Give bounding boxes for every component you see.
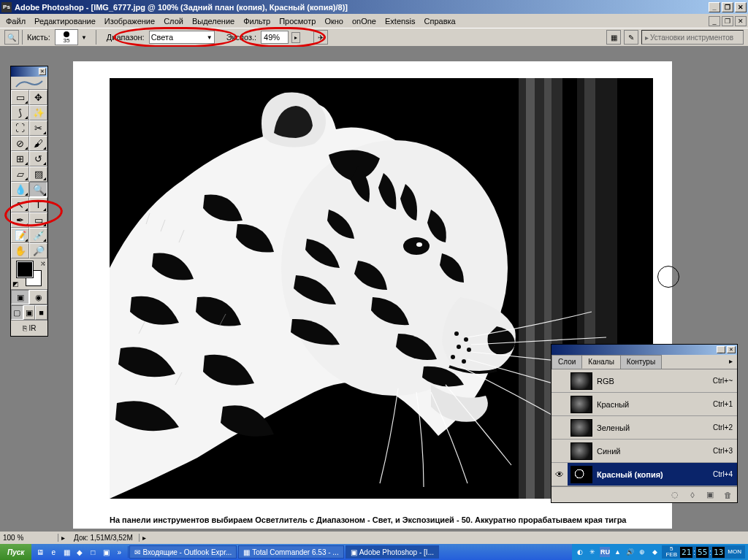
menu-filter[interactable]: Фильтр (239, 15, 275, 27)
zoom-menu-arrow[interactable]: ▸ (58, 534, 68, 542)
standard-screen-button[interactable]: ▢ (11, 305, 23, 320)
toolbox-close-icon[interactable]: ✕ (39, 68, 46, 75)
panel-titlebar[interactable]: _ ✕ (552, 345, 737, 355)
toolbox-header-logo[interactable] (11, 77, 47, 90)
exposure-slider-arrow[interactable]: ▸ (291, 32, 300, 43)
menu-help[interactable]: Справка (420, 15, 460, 27)
tool-preset-picker[interactable]: 🔍 (4, 30, 19, 45)
doc-close-button[interactable]: ✕ (735, 16, 747, 26)
notes-tool[interactable]: 📝 (11, 228, 29, 243)
doc-info-menu-arrow[interactable]: ▸ (140, 534, 149, 542)
marquee-tool[interactable]: ▭ (11, 90, 29, 105)
hand-tool[interactable]: ✋ (11, 243, 29, 258)
airbrush-toggle[interactable]: ✈ (313, 30, 328, 45)
brush-dropdown-arrow[interactable]: ▼ (81, 34, 87, 41)
slice-tool[interactable]: ✂ (29, 120, 47, 136)
ql-app-icon[interactable]: ▦ (61, 546, 72, 558)
tray-icon[interactable]: ▲ (612, 547, 622, 557)
path-selection-tool[interactable]: ↖ (11, 197, 29, 212)
exposure-input[interactable]: 49% (261, 31, 289, 44)
move-tool[interactable]: ✥ (29, 90, 47, 105)
taskbar-task-totalcmd[interactable]: ▦ Total Commander 6.53 - ... (238, 545, 343, 559)
brush-preset-picker[interactable]: 35 (55, 29, 78, 45)
save-selection-button[interactable]: ◊ (686, 489, 699, 501)
panel-menu-icon[interactable]: ▸ (725, 355, 737, 369)
standard-mode-button[interactable]: ▣ (11, 290, 29, 304)
crop-tool[interactable]: ⛶ (11, 120, 29, 136)
new-channel-button[interactable]: ▣ (703, 489, 717, 501)
taskbar-task-outlook[interactable]: ✉ Входящие - Outlook Expr... (129, 545, 237, 559)
tray-lang-indicator[interactable]: RU (600, 547, 610, 557)
menu-select[interactable]: Выделение (188, 15, 239, 27)
menu-file[interactable]: Файл (1, 15, 30, 27)
channels-panel[interactable]: _ ✕ Слои Каналы Контуры ▸ RGB Ctrl+~ Кра… (551, 344, 738, 503)
file-browser-button[interactable]: ▦ (606, 30, 621, 45)
healing-brush-tool[interactable]: ⊘ (11, 136, 29, 151)
tray-icon[interactable]: ◆ (649, 547, 660, 557)
menu-edit[interactable]: Редактирование (30, 15, 100, 27)
brush-tool[interactable]: 🖌 (29, 136, 47, 151)
panel-minimize-icon[interactable]: _ (717, 346, 725, 353)
tool-presets-well[interactable]: ▸ Установки инструментов (641, 30, 744, 45)
ql-app2-icon[interactable]: ◆ (74, 546, 85, 558)
magic-wand-tool[interactable]: ✨ (29, 105, 47, 120)
gradient-tool[interactable]: ▨ (29, 166, 47, 182)
fullscreen-menus-button[interactable]: ▣ (23, 305, 36, 320)
channel-row-blue[interactable]: Синий Ctrl+3 (552, 440, 737, 463)
load-selection-button[interactable]: ◌ (668, 489, 682, 501)
doc-restore-button[interactable]: ❐ (722, 16, 733, 26)
foreground-color-swatch[interactable] (17, 261, 33, 277)
jump-to-imageready-button[interactable]: ⎘ IR (11, 320, 47, 336)
toolbox-titlebar[interactable]: ✕ (11, 66, 47, 77)
maximize-button[interactable]: ❐ (722, 2, 733, 12)
channel-row-red[interactable]: Красный Ctrl+1 (552, 393, 737, 416)
tray-icon[interactable]: ✳ (587, 547, 598, 557)
shape-tool[interactable]: ▭ (29, 212, 47, 228)
channel-row-rgb[interactable]: RGB Ctrl+~ (552, 369, 737, 393)
channel-row-red-copy[interactable]: 👁 Красный (копия) Ctrl+4 (552, 463, 737, 486)
eyedropper-tool[interactable]: 💉 (29, 228, 47, 243)
brushes-palette-button[interactable]: ✎ (624, 30, 638, 45)
ql-more-icon[interactable]: » (113, 546, 125, 558)
fullscreen-button[interactable]: ■ (35, 305, 47, 320)
doc-minimize-button[interactable]: _ (709, 16, 720, 26)
quickmask-mode-button[interactable]: ◉ (29, 290, 47, 304)
type-tool[interactable]: T (29, 197, 47, 212)
swap-colors-icon[interactable]: ⤭ (40, 260, 46, 267)
taskbar-task-photoshop[interactable]: ▣ Adobe Photoshop - [I... (346, 545, 439, 559)
menu-view[interactable]: Просмотр (275, 15, 320, 27)
ql-app4-icon[interactable]: ▣ (100, 546, 112, 558)
menu-layer[interactable]: Слой (159, 15, 188, 27)
eraser-tool[interactable]: ▱ (11, 166, 29, 182)
lasso-tool[interactable]: ⟆ (11, 105, 29, 120)
tab-paths[interactable]: Контуры (620, 355, 662, 369)
history-brush-tool[interactable]: ↺ (29, 151, 47, 166)
document-info[interactable]: Док: 1,51M/3,52M (68, 534, 140, 542)
tab-channels[interactable]: Каналы (581, 355, 621, 369)
ql-desktop-icon[interactable]: 🖥 (34, 546, 46, 558)
close-button[interactable]: ✕ (735, 2, 747, 12)
ql-ie-icon[interactable]: e (47, 546, 59, 558)
menu-onone[interactable]: onOne (348, 15, 381, 27)
tray-icon[interactable]: ⊕ (637, 547, 647, 557)
menu-window[interactable]: Окно (320, 15, 348, 27)
channel-row-green[interactable]: Зеленый Ctrl+2 (552, 416, 737, 440)
range-dropdown[interactable]: Света ▼ (149, 31, 215, 44)
default-colors-icon[interactable]: ◩ (12, 280, 19, 288)
menu-image[interactable]: Изображение (100, 15, 159, 27)
pen-tool[interactable]: ✒ (11, 212, 29, 228)
zoom-tool[interactable]: 🔎 (29, 243, 47, 258)
visibility-toggle[interactable]: 👁 (552, 463, 568, 486)
blur-tool[interactable]: 💧 (11, 182, 29, 197)
panel-close-icon[interactable]: ✕ (727, 346, 736, 353)
ql-app3-icon[interactable]: □ (87, 546, 99, 558)
clone-stamp-tool[interactable]: ⊞ (11, 151, 29, 166)
tray-icon[interactable]: ◐ (575, 547, 585, 557)
minimize-button[interactable]: _ (709, 2, 720, 12)
tray-clock[interactable]: 5 FEB 21: 55: 13 MON (662, 545, 745, 559)
start-button[interactable]: Пуск (0, 544, 31, 560)
menu-extensis[interactable]: Extensis (381, 15, 420, 27)
tab-layers[interactable]: Слои (552, 355, 582, 369)
delete-channel-button[interactable]: 🗑 (721, 489, 734, 501)
tray-volume-icon[interactable]: 🔊 (625, 547, 635, 557)
